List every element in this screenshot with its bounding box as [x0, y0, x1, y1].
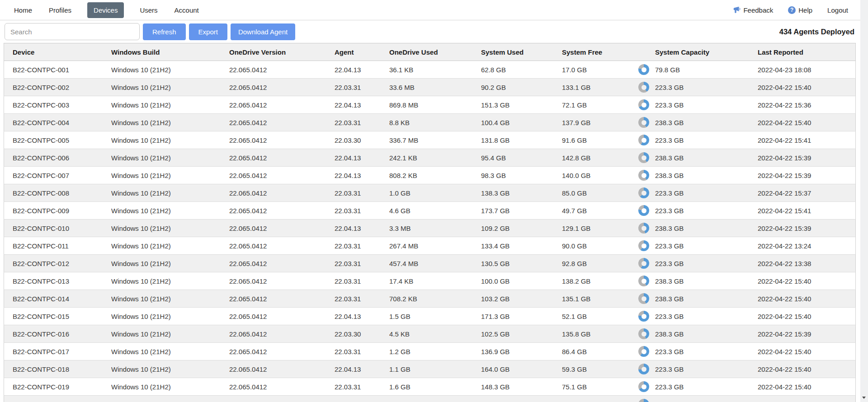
cell-system-used: 95.4 GB [481, 154, 562, 162]
question-circle-icon: ? [788, 6, 796, 14]
table-row[interactable]: B22-CONTPC-012 Windows 10 (21H2) 22.065.… [4, 255, 856, 272]
cell-last-reported: 2022-04-22 15:36 [758, 101, 856, 109]
donut-hole [642, 191, 646, 196]
table-row[interactable]: B22-CONTPC-010 Windows 10 (21H2) 22.065.… [4, 220, 856, 237]
cell-windows-build: Windows 10 (21H2) [111, 207, 229, 215]
donut-hole [642, 314, 646, 319]
cell-last-reported: 2022-04-22 15:41 [758, 136, 856, 144]
cell-onedrive-used: 1.5 GB [389, 313, 481, 320]
table-row[interactable]: B22-CONTPC-014 Windows 10 (21H2) 22.065.… [4, 290, 856, 308]
cell-windows-build: Windows 10 (21H2) [111, 136, 229, 144]
donut-hole [642, 226, 646, 231]
donut-hole [642, 173, 646, 178]
cell-system-free: 90.0 GB [562, 242, 638, 250]
cell-system-capacity: 223.3 GB [655, 348, 758, 355]
table-row[interactable]: B22-CONTPC-006 Windows 10 (21H2) 22.065.… [4, 149, 856, 167]
capacity-donut-icon [638, 99, 649, 110]
cell-system-used: 62.8 GB [481, 66, 562, 74]
cell-system-capacity: 238.3 GB [655, 330, 758, 338]
cell-agent: 22.03.31 [335, 277, 389, 285]
nav-item-profiles[interactable]: Profiles [48, 2, 72, 18]
cell-system-used: 109.2 GB [481, 224, 562, 232]
table-row[interactable]: B22-CONTPC-011 Windows 10 (21H2) 22.065.… [4, 237, 856, 255]
nav-item-account[interactable]: Account [174, 2, 200, 18]
cell-windows-build: Windows 10 (21H2) [111, 277, 229, 285]
cell-system-capacity: 79.8 GB [655, 66, 758, 74]
cell-onedrive-version: 22.065.0412 [229, 154, 335, 162]
cell-system-used: 102.5 GB [481, 330, 562, 338]
cell-system-free: 92.8 GB [562, 260, 638, 267]
column-header-onedrive-version[interactable]: OneDrive Version [229, 48, 335, 56]
cell-system-used: 90.2 GB [481, 84, 562, 91]
table-row[interactable]: B22-CONTPC-005 Windows 10 (21H2) 22.065.… [4, 131, 856, 149]
nav-item-devices[interactable]: Devices [87, 2, 124, 18]
table-row[interactable]: B22-CONTPC-020 Windows 10 (21H2) 22.065.… [4, 396, 856, 402]
table-row[interactable]: B22-CONTPC-002 Windows 10 (21H2) 22.065.… [4, 79, 856, 96]
cell-onedrive-used: 1.6 GB [389, 383, 481, 391]
table-row[interactable]: B22-CONTPC-013 Windows 10 (21H2) 22.065.… [4, 272, 856, 290]
table-row[interactable]: B22-CONTPC-009 Windows 10 (21H2) 22.065.… [4, 202, 856, 220]
search-input[interactable] [5, 23, 140, 40]
cell-agent: 22.03.31 [335, 242, 389, 250]
cell-last-reported: 2022-04-22 15:40 [758, 383, 856, 391]
feedback-button[interactable]: Feedback [733, 6, 773, 14]
cell-onedrive-version: 22.065.0412 [229, 313, 335, 320]
table-row[interactable]: B22-CONTPC-018 Windows 10 (21H2) 22.065.… [4, 360, 856, 378]
cell-system-used: 103.2 GB [481, 295, 562, 303]
table-row[interactable]: B22-CONTPC-019 Windows 10 (21H2) 22.065.… [4, 378, 856, 396]
cell-device: B22-CONTPC-012 [4, 260, 111, 267]
cell-system-used: 100.4 GB [481, 119, 562, 126]
cell-windows-build: Windows 10 (21H2) [111, 189, 229, 197]
export-button[interactable]: Export [189, 23, 227, 40]
nav-item-users[interactable]: Users [139, 2, 158, 18]
scroll-down-arrow-icon[interactable] [862, 397, 866, 399]
cell-system-used: 98.3 GB [481, 172, 562, 179]
cell-system-capacity: 238.3 GB [655, 295, 758, 303]
column-header-last-reported[interactable]: Last Reported [758, 48, 856, 56]
table-row[interactable]: B22-CONTPC-001 Windows 10 (21H2) 22.065.… [4, 61, 856, 79]
nav-item-home[interactable]: Home [13, 2, 33, 18]
table-row[interactable]: B22-CONTPC-017 Windows 10 (21H2) 22.065.… [4, 343, 856, 360]
cell-windows-build: Windows 10 (21H2) [111, 330, 229, 338]
scrollbar[interactable] [860, 0, 868, 402]
cell-usage-icon [638, 258, 655, 269]
column-header-agent[interactable]: Agent [335, 48, 389, 56]
devices-table: Device Windows Build OneDrive Version Ag… [4, 43, 856, 402]
table-row[interactable]: B22-CONTPC-008 Windows 10 (21H2) 22.065.… [4, 184, 856, 202]
download-agent-button[interactable]: Download Agent [231, 23, 295, 40]
column-header-onedrive-used[interactable]: OneDrive Used [389, 48, 481, 56]
column-header-system-used[interactable]: System Used [481, 48, 562, 56]
column-header-system-capacity[interactable]: System Capacity [655, 48, 758, 56]
table-row[interactable]: B22-CONTPC-015 Windows 10 (21H2) 22.065.… [4, 308, 856, 325]
cell-device: B22-CONTPC-005 [4, 136, 111, 144]
capacity-donut-icon [638, 240, 649, 251]
capacity-donut-icon [638, 170, 649, 181]
cell-last-reported: 2022-04-22 15:37 [758, 189, 856, 197]
column-header-device[interactable]: Device [4, 48, 111, 56]
cell-device: B22-CONTPC-009 [4, 207, 111, 215]
help-button[interactable]: ? Help [788, 6, 812, 14]
logout-button[interactable]: Logout [827, 6, 848, 14]
cell-system-capacity: 223.3 GB [655, 365, 758, 373]
table-row[interactable]: B22-CONTPC-016 Windows 10 (21H2) 22.065.… [4, 325, 856, 343]
cell-onedrive-version: 22.065.0412 [229, 348, 335, 355]
refresh-button[interactable]: Refresh [143, 23, 186, 40]
cell-last-reported: 2022-04-22 15:39 [758, 224, 856, 232]
cell-device: B22-CONTPC-010 [4, 224, 111, 232]
cell-system-free: 72.1 GB [562, 101, 638, 109]
capacity-donut-icon [638, 258, 649, 269]
cell-system-free: 17.0 GB [562, 66, 638, 74]
column-header-system-free[interactable]: System Free [562, 48, 638, 56]
table-row[interactable]: B22-CONTPC-003 Windows 10 (21H2) 22.065.… [4, 96, 856, 114]
cell-agent: 22.04.13 [335, 154, 389, 162]
column-header-windows-build[interactable]: Windows Build [111, 48, 229, 56]
table-row[interactable]: B22-CONTPC-007 Windows 10 (21H2) 22.065.… [4, 167, 856, 184]
donut-hole [642, 155, 646, 160]
cell-usage-icon [638, 205, 655, 216]
logout-label: Logout [827, 6, 848, 14]
capacity-donut-icon [638, 364, 649, 374]
cell-usage-icon [638, 311, 655, 322]
cell-usage-icon [638, 64, 655, 75]
cell-system-capacity: 223.3 GB [655, 260, 758, 267]
table-row[interactable]: B22-CONTPC-004 Windows 10 (21H2) 22.065.… [4, 114, 856, 131]
